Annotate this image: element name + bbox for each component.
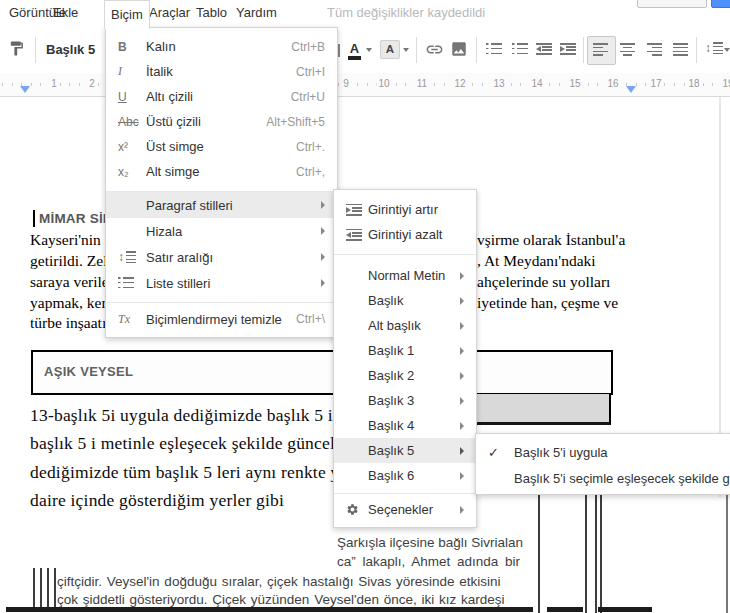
italic-icon: I [118, 64, 146, 79]
menu-item-baslik-2[interactable]: Başlık 2 [334, 363, 476, 388]
numbered-list-icon[interactable] [486, 43, 502, 55]
table-header-row: AŞIK VEYSEL [31, 350, 613, 395]
bottom-line-right: Şarkışla ilçesine bağlı Sivrialan [337, 535, 523, 550]
submenu-arrow-icon [460, 447, 464, 455]
menu-yardim[interactable]: Yardım [230, 0, 283, 26]
para1-line-left: türbe inşaatı [30, 314, 106, 332]
menu-tablo[interactable]: Tablo [190, 0, 233, 26]
table-border-line [33, 568, 35, 607]
left-indent-marker[interactable] [20, 86, 30, 98]
table-border-line [47, 568, 49, 607]
doc-heading-mimar-sinan: MİMAR SİN [39, 211, 106, 226]
table-header-label: AŞIK VEYSEL [44, 364, 133, 379]
superscript-icon: x² [118, 140, 146, 154]
underline-icon: U [118, 90, 146, 104]
line-spacing-caret-icon[interactable] [724, 48, 730, 55]
submenu-arrow-icon [460, 472, 464, 480]
menu-item-girintiyi-azalt[interactable]: Girintiyi azalt [334, 222, 476, 247]
toolbar-divider [416, 37, 417, 63]
updown-arrow-glyph: ↕ [705, 41, 711, 55]
format-menu: B Kalın Ctrl+B I İtalik Ctrl+I U Altı çi… [105, 27, 338, 338]
ruler-number: 11 [415, 77, 429, 91]
highlight-color-icon[interactable]: A [380, 40, 400, 59]
menu-item-alt-baslik[interactable]: Alt başlık [334, 313, 476, 338]
bottom-line-full: çok şiddetli gösteriyordu. Çiçek yüzünde… [57, 592, 505, 607]
menu-item-baslik-1[interactable]: Başlık 1 [334, 338, 476, 363]
submenu-arrow-icon [321, 253, 325, 261]
menu-item-baslik5-uygula[interactable]: ✓ Başlık 5'i uygula [476, 439, 730, 465]
menu-item-alt-simge[interactable]: x₂ Alt simge Ctrl+, [106, 159, 337, 184]
bold-icon: B [118, 40, 146, 54]
menu-item-ust-simge[interactable]: x² Üst simge Ctrl+. [106, 134, 337, 159]
ruler-number: 12 [452, 77, 467, 91]
table-bottom-border [6, 607, 533, 612]
menu-item-alti-cizili[interactable]: U Altı çizili Ctrl+U [106, 84, 337, 109]
para1-line-right: ahçelerinde su yolları [477, 273, 610, 291]
share-button-partial[interactable] [711, 0, 730, 8]
gear-icon [346, 503, 368, 516]
insert-link-icon[interactable] [425, 40, 444, 63]
ruler-number: 13 [491, 77, 506, 91]
ruler-number: 17 [648, 77, 663, 91]
menu-item-baslik-6[interactable]: Başlık 6 [334, 463, 476, 488]
submenu-arrow-icon [460, 422, 464, 430]
toolbar-divider [696, 37, 697, 63]
right-indent-marker[interactable] [626, 86, 636, 98]
menu-item-baslik-3[interactable]: Başlık 3 [334, 388, 476, 413]
menu-item-kalin[interactable]: B Kalın Ctrl+B [106, 34, 337, 59]
para1-line-right: vşirme olarak İstanbul'a [477, 231, 625, 249]
align-justify-icon[interactable] [673, 43, 688, 56]
decrease-indent-icon [346, 229, 368, 241]
menu-item-baslik-4[interactable]: Başlık 4 [334, 413, 476, 438]
insert-image-icon[interactable] [450, 40, 468, 62]
menu-item-baslik[interactable]: Başlık [334, 288, 476, 313]
menu-ekle[interactable]: Ekle [47, 0, 84, 26]
submenu-arrow-icon [460, 506, 464, 514]
decrease-indent-icon[interactable] [536, 43, 552, 55]
text-color-icon[interactable]: A [348, 42, 361, 60]
menu-item-girintiyi-artir[interactable]: Girintiyi artır [334, 197, 476, 222]
paragraph-styles-menu: Girintiyi artır Girintiyi azalt Normal M… [333, 189, 477, 528]
strikethrough-icon: Abc [118, 115, 146, 129]
table-bottom-border [598, 607, 652, 612]
text-color-caret-icon[interactable] [366, 48, 372, 55]
menu-item-baslik-5[interactable]: Başlık 5 [334, 438, 476, 463]
menu-araclar[interactable]: Araçlar [143, 0, 196, 26]
line-spacing-icon[interactable]: ↕ [705, 41, 723, 55]
submenu-arrow-icon [460, 297, 464, 305]
menu-item-hizala[interactable]: Hizala [106, 218, 337, 244]
ruler-number: 15 [567, 77, 582, 91]
submenu-arrow-icon [460, 322, 464, 330]
menu-item-bicimlendirmeyi-temizle[interactable]: Tx Biçimlendirmeyi temizle Ctrl+\ [106, 306, 337, 332]
ruler-number: 2 [87, 77, 97, 91]
bottom-line-full: çiftçidir. Veysel'in doğduğu sıralar, çi… [57, 574, 501, 589]
increase-indent-icon[interactable] [560, 43, 576, 55]
bulleted-list-icon[interactable] [512, 43, 528, 55]
comments-button-partial[interactable] [637, 0, 707, 8]
menu-item-paragraf-stilleri[interactable]: Paragraf stilleri [106, 192, 337, 218]
align-center-icon[interactable] [620, 43, 635, 56]
menu-item-baslik5-guncelle[interactable]: Başlık 5'i seçimle eşleşecek şekilde gün… [476, 465, 730, 491]
align-right-icon[interactable] [647, 43, 662, 56]
submenu-arrow-icon [460, 272, 464, 280]
align-left-icon[interactable] [593, 43, 608, 56]
menu-item-satir-araligi[interactable]: ↕ Satır aralığı [106, 244, 337, 270]
highlight-caret-icon[interactable] [403, 48, 409, 55]
paint-format-icon[interactable] [8, 40, 25, 61]
menu-item-secenekler[interactable]: Seçenekler [334, 497, 476, 522]
line-spacing-icon: ↕ [118, 250, 146, 264]
updown-arrow-glyph: ↕ [118, 250, 124, 264]
table-shaded-row-fragment [468, 394, 611, 425]
menu-item-normal-metin[interactable]: Normal Metin [334, 263, 476, 288]
menu-item-liste-stilleri[interactable]: Liste stilleri [106, 270, 337, 296]
menu-item-italik[interactable]: I İtalik Ctrl+I [106, 59, 337, 84]
menu-separator [334, 254, 476, 255]
table-border-line [40, 568, 42, 607]
ruler-number: 10 [376, 77, 391, 91]
ruler-number: 18 [686, 77, 701, 91]
ruler-number: 9 [341, 77, 351, 91]
style-selector[interactable]: Başlık 5 [46, 42, 95, 57]
para1-line-right: iyetinde han, çeşme ve [477, 294, 618, 312]
menu-bicim[interactable]: Biçim [104, 0, 150, 29]
menu-item-ustu-cizili[interactable]: Abc Üstü çizili Alt+Shift+5 [106, 109, 337, 134]
